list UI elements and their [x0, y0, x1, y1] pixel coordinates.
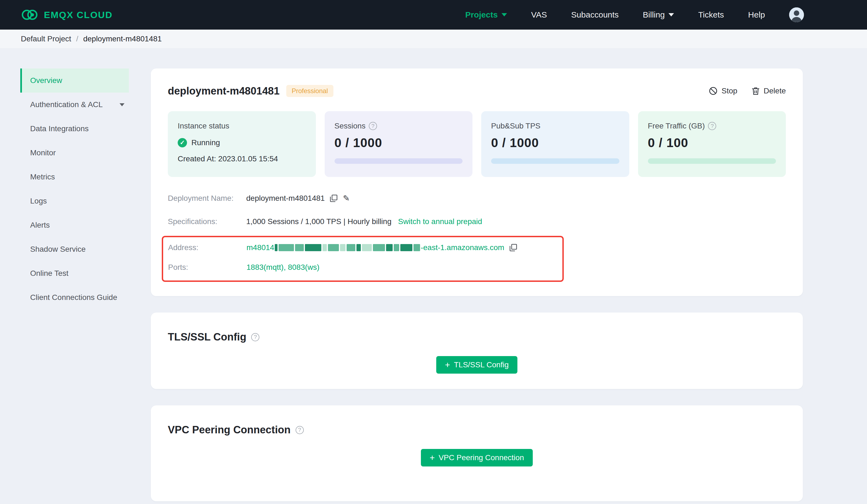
sidebar-item-alerts[interactable]: Alerts — [20, 213, 129, 237]
edit-icon[interactable]: ✎ — [343, 193, 350, 203]
sidebar-item-shadow-service[interactable]: Shadow Service — [20, 237, 129, 261]
stat-label: Instance status — [178, 122, 306, 130]
address-value: m48014-east-1.amazonaws.com — [246, 243, 504, 252]
emqx-logo-icon — [21, 9, 39, 21]
stat-free-traffic: Free Traffic (GB) ? 0 / 100 — [638, 111, 786, 177]
nav-item-help[interactable]: Help — [748, 10, 765, 20]
tls-section-title: TLS/SSL Config — [168, 331, 246, 343]
trash-icon — [751, 87, 760, 95]
stat-value: 0 / 1000 — [334, 135, 463, 150]
brand-name: EMQX CLOUD — [44, 10, 113, 20]
stat-pubsub-tps: Pub&Sub TPS 0 / 1000 — [481, 111, 629, 177]
stat-label: Pub&Sub TPS — [491, 122, 619, 130]
help-icon[interactable]: ? — [708, 122, 716, 130]
stop-button[interactable]: Stop — [709, 87, 737, 95]
address-label: Address: — [168, 243, 246, 252]
nav-item-billing[interactable]: Billing — [643, 10, 674, 20]
nav-menu: Projects VAS Subaccounts Billing Tickets… — [465, 8, 804, 22]
sidebar-item-metrics[interactable]: Metrics — [20, 165, 129, 189]
delete-button[interactable]: Delete — [751, 87, 786, 95]
ports-row: Ports: 1883(mqtt), 8083(ws) — [168, 263, 563, 272]
deployment-overview-card: deployment-m4801481 Professional Stop — [151, 68, 803, 296]
chevron-down-icon — [119, 103, 125, 106]
stop-icon — [709, 87, 718, 95]
stat-label: Sessions ? — [334, 122, 463, 130]
stat-value: 0 / 1000 — [491, 135, 619, 150]
plan-badge: Professional — [286, 85, 333, 97]
breadcrumb: Default Project / deployment-m4801481 — [0, 30, 867, 49]
sidebar-item-overview[interactable]: Overview — [20, 68, 129, 92]
check-circle-icon: ✓ — [178, 138, 187, 147]
breadcrumb-project[interactable]: Default Project — [21, 34, 71, 43]
status-text: Running — [191, 138, 220, 147]
address-highlight-annotation: Address: m48014-east-1.amazonaws.com Por… — [162, 236, 564, 282]
ports-label: Ports: — [168, 263, 246, 272]
address-row: Address: m48014-east-1.amazonaws.com — [168, 243, 563, 252]
chevron-down-icon — [502, 13, 507, 17]
add-tls-ssl-config-button[interactable]: + TLS/SSL Config — [436, 356, 517, 374]
deployment-name-row: Deployment Name: deployment-m4801481 ✎ — [168, 193, 786, 203]
specifications-label: Specifications: — [168, 217, 246, 226]
plus-icon: + — [430, 453, 435, 462]
vpc-peering-card: VPC Peering Connection ? + VPC Peering C… — [151, 405, 803, 501]
tls-ssl-config-card: TLS/SSL Config ? + TLS/SSL Config — [151, 313, 803, 389]
copy-icon[interactable] — [509, 243, 517, 252]
deployment-name-label: Deployment Name: — [168, 194, 246, 203]
breadcrumb-current: deployment-m4801481 — [83, 34, 161, 43]
help-icon[interactable]: ? — [369, 122, 377, 130]
nav-item-projects[interactable]: Projects — [465, 10, 507, 20]
sidebar-item-online-test[interactable]: Online Test — [20, 261, 129, 285]
ports-value: 1883(mqtt), 8083(ws) — [246, 263, 319, 272]
breadcrumb-separator: / — [76, 34, 78, 43]
tps-progress-bar — [491, 158, 619, 164]
sidebar: Overview Authentication & ACL Data Integ… — [0, 49, 151, 309]
vpc-section-title: VPC Peering Connection — [168, 424, 291, 436]
address-redacted — [274, 243, 421, 252]
main-content: deployment-m4801481 Professional Stop — [151, 49, 867, 501]
chevron-down-icon — [668, 13, 674, 17]
deployment-title: deployment-m4801481 — [168, 85, 280, 97]
stat-cards: Instance status ✓ Running Created At: 20… — [168, 111, 786, 177]
traffic-progress-bar — [648, 158, 776, 164]
sidebar-item-monitor[interactable]: Monitor — [20, 141, 129, 165]
emqx-logo[interactable]: EMQX CLOUD — [21, 9, 113, 21]
avatar-icon — [789, 8, 804, 22]
specifications-value: 1,000 Sessions / 1,000 TPS | Hourly bill… — [246, 217, 392, 226]
sessions-progress-bar — [334, 158, 463, 164]
stat-label: Free Traffic (GB) ? — [648, 122, 776, 130]
nav-item-vas[interactable]: VAS — [531, 10, 547, 20]
sidebar-item-authentication-acl[interactable]: Authentication & ACL — [20, 92, 129, 117]
help-icon[interactable]: ? — [251, 333, 259, 341]
stat-instance-status: Instance status ✓ Running Created At: 20… — [168, 111, 316, 177]
specifications-row: Specifications: 1,000 Sessions / 1,000 T… — [168, 217, 786, 226]
stat-sessions: Sessions ? 0 / 1000 — [325, 111, 473, 177]
help-icon[interactable]: ? — [296, 426, 304, 434]
copy-icon[interactable] — [330, 194, 338, 202]
created-at: Created At: 2023.01.05 15:54 — [178, 154, 306, 163]
top-nav: EMQX CLOUD Projects VAS Subaccounts Bill… — [0, 0, 867, 30]
nav-item-tickets[interactable]: Tickets — [698, 10, 724, 20]
deployment-name-value: deployment-m4801481 — [246, 194, 325, 203]
plus-icon: + — [445, 361, 450, 369]
stat-value: 0 / 100 — [648, 135, 776, 150]
switch-annual-prepaid-link[interactable]: Switch to annual prepaid — [398, 217, 482, 226]
sidebar-item-client-connections-guide[interactable]: Client Connections Guide — [20, 285, 129, 309]
add-vpc-peering-button[interactable]: + VPC Peering Connection — [421, 449, 533, 467]
sidebar-item-data-integrations[interactable]: Data Integrations — [20, 117, 129, 141]
nav-item-subaccounts[interactable]: Subaccounts — [571, 10, 619, 20]
user-avatar[interactable] — [789, 8, 804, 22]
sidebar-item-logs[interactable]: Logs — [20, 189, 129, 213]
